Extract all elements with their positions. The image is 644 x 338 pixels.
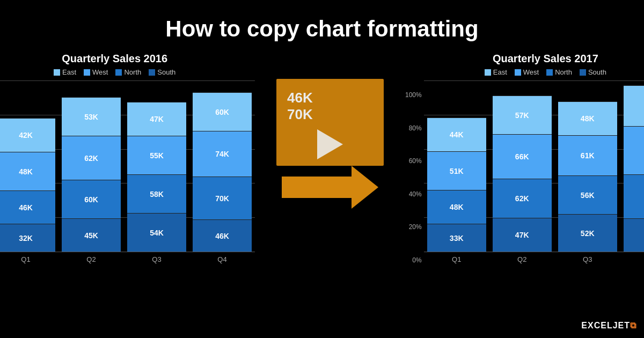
x-axis-2016: Q1 Q2 Q3 Q4 bbox=[0, 255, 255, 263]
bar-q2-east: 53K bbox=[62, 97, 121, 136]
bar-q3-2017: 52K 56K 61K 48K bbox=[558, 101, 617, 252]
overlay-line2: 70K bbox=[287, 106, 313, 123]
bar2-q2-east: 57K bbox=[493, 95, 552, 134]
x-q4-2017: Q4 bbox=[620, 255, 644, 263]
x-q2-2016: Q2 bbox=[58, 255, 124, 263]
bar-q3-west: 55K bbox=[127, 136, 186, 174]
x-q2-2017: Q2 bbox=[489, 255, 555, 263]
logo-icon: ⧉ bbox=[630, 321, 636, 330]
bar2-q2-west: 66K bbox=[493, 134, 552, 179]
y2-label-40: 40% bbox=[405, 191, 422, 197]
y2-label-60: 60% bbox=[405, 158, 422, 164]
bar-q4-east: 60K bbox=[193, 92, 252, 131]
bar-q1-2017: 33K 48K 51K 44K bbox=[427, 117, 486, 252]
bar-q2-2016: 45K 60K 62K 53K bbox=[62, 97, 121, 252]
bar-q4-south: 46K bbox=[193, 219, 252, 252]
legend2-north-label: North bbox=[555, 68, 572, 76]
bar2-q1-north: 48K bbox=[427, 190, 486, 224]
play-button[interactable] bbox=[314, 128, 346, 160]
legend2-east: East bbox=[485, 68, 507, 76]
bar2-q2-north: 62K bbox=[493, 179, 552, 218]
bar-q4-2016: 46K 70K 74K 60K bbox=[193, 92, 252, 252]
bar-q2-north: 60K bbox=[62, 180, 121, 218]
legend2-south: South bbox=[580, 68, 606, 76]
x-q1-2016: Q1 bbox=[0, 255, 58, 263]
legend2-north-box bbox=[546, 69, 553, 76]
x-q3-2017: Q3 bbox=[555, 255, 620, 263]
legend2-east-box bbox=[485, 69, 491, 76]
legend2-north: North bbox=[546, 68, 572, 76]
chart-2017-area: 100% 80% 60% 40% 20% 0% bbox=[405, 80, 644, 263]
exceljet-logo: EXCELJET⧉ bbox=[581, 321, 636, 330]
legend-west-label: West bbox=[92, 68, 108, 76]
chart-2016-title: Quarterly Sales 2016 bbox=[62, 53, 167, 65]
legend2-west: West bbox=[515, 68, 539, 76]
chart-2016-legend: East West North South bbox=[54, 68, 175, 76]
bar-q1-east: 42K bbox=[0, 118, 55, 152]
bar-q3-2016: 54K 58K 55K 47K bbox=[127, 102, 186, 252]
y2-label-100: 100% bbox=[405, 92, 422, 98]
x-q4-2016: Q4 bbox=[189, 255, 255, 263]
chart-2017: Quarterly Sales 2017 East West North Sou… bbox=[405, 53, 644, 263]
legend-west-box bbox=[84, 69, 90, 76]
bar-q1-north: 46K bbox=[0, 190, 55, 224]
legend2-south-label: South bbox=[588, 68, 606, 76]
bar2-q4-north: 71K bbox=[624, 174, 644, 218]
legend2-south-box bbox=[580, 69, 586, 76]
legend2-east-label: East bbox=[493, 68, 507, 76]
legend-east-box bbox=[54, 69, 60, 76]
chart-2017-legend: East West North South bbox=[485, 68, 606, 76]
bar2-q3-north: 56K bbox=[558, 175, 617, 214]
bar-q1-south: 32K bbox=[0, 224, 55, 252]
bar-q3-east: 47K bbox=[127, 102, 186, 136]
page-title: How to copy chart formatting bbox=[165, 16, 478, 42]
bar-q4-north: 70K bbox=[193, 177, 252, 219]
legend2-west-box bbox=[515, 69, 521, 76]
legend-west: West bbox=[84, 68, 108, 76]
y2-label-20: 20% bbox=[405, 224, 422, 230]
legend-east: East bbox=[54, 68, 76, 76]
chart-2016-area: 100% 80% 60% 40% 20% 0% bbox=[0, 80, 255, 263]
bar2-q1-east: 44K bbox=[427, 117, 486, 151]
bar-q1-2016: 32K 46K 48K 42K bbox=[0, 118, 55, 252]
bar2-q4-south: 47K bbox=[624, 218, 644, 252]
bars-xaxis-2016: 32K 46K 48K 42K 45K 60K 62K 53K 54K bbox=[0, 80, 255, 263]
bars-xaxis-2017: 33K 48K 51K 44K 47K 62K 66K 57K 52K bbox=[424, 80, 644, 263]
bar-q3-south: 54K bbox=[127, 213, 186, 252]
bar2-q3-west: 61K bbox=[558, 135, 617, 175]
charts-container: Quarterly Sales 2016 East West North Sou… bbox=[0, 53, 644, 263]
legend-south: South bbox=[149, 68, 175, 76]
legend-north: North bbox=[115, 68, 141, 76]
bar2-q1-west: 51K bbox=[427, 151, 486, 190]
x-q3-2016: Q3 bbox=[124, 255, 189, 263]
legend-north-box bbox=[115, 69, 122, 76]
y2-label-80: 80% bbox=[405, 125, 422, 131]
bar-q3-north: 58K bbox=[127, 174, 186, 213]
legend-south-box bbox=[149, 69, 155, 76]
bar-q4-west: 74K bbox=[193, 131, 252, 177]
bars-row-2016: 32K 46K 48K 42K 45K 60K 62K 53K 54K bbox=[0, 80, 255, 252]
overlay-line1: 46K bbox=[287, 90, 313, 106]
video-overlay[interactable]: 46K 70K bbox=[276, 85, 384, 203]
bar2-q1-south: 33K bbox=[427, 224, 486, 252]
y-axis-2017: 100% 80% 60% 40% 20% 0% bbox=[405, 92, 422, 263]
legend-north-label: North bbox=[124, 68, 141, 76]
bar2-q2-south: 47K bbox=[493, 218, 552, 252]
legend-east-label: East bbox=[62, 68, 76, 76]
x-axis-2017: Q1 Q2 Q3 Q4 bbox=[424, 255, 644, 263]
y2-label-0: 0% bbox=[405, 257, 422, 263]
bar2-q4-west: 83K bbox=[624, 126, 644, 174]
orange-box[interactable]: 46K 70K bbox=[276, 79, 384, 166]
chart-2017-title: Quarterly Sales 2017 bbox=[493, 53, 598, 65]
x-q1-2017: Q1 bbox=[424, 255, 489, 263]
bar2-q4-east: 66K bbox=[624, 85, 644, 126]
bar-q2-west: 62K bbox=[62, 136, 121, 180]
bar2-q3-south: 52K bbox=[558, 214, 617, 252]
bars-row-2017: 33K 48K 51K 44K 47K 62K 66K 57K 52K bbox=[424, 80, 644, 252]
play-triangle-icon bbox=[317, 129, 343, 159]
chart-2016: Quarterly Sales 2016 East West North Sou… bbox=[0, 53, 255, 263]
bar2-q3-east: 48K bbox=[558, 101, 617, 135]
legend-south-label: South bbox=[157, 68, 175, 76]
bar-q2-south: 45K bbox=[62, 218, 121, 252]
bar-q4-2017: 47K 71K 83K 66K bbox=[624, 85, 644, 252]
